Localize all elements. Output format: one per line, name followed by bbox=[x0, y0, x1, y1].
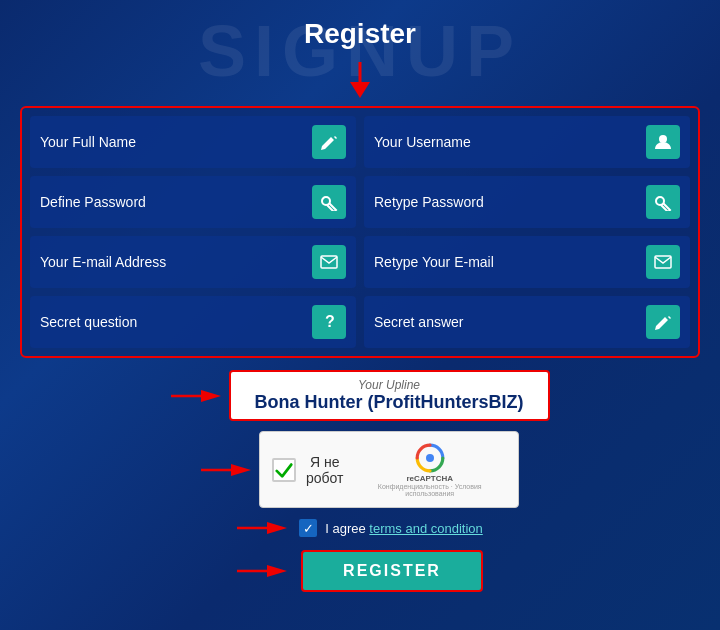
svg-point-12 bbox=[426, 454, 434, 462]
field-full-name[interactable]: Your Full Name bbox=[30, 116, 356, 168]
email-icon-left bbox=[312, 245, 346, 279]
upline-name: Bona Hunter (ProfitHuntersBIZ) bbox=[255, 392, 524, 413]
agree-section: ✓ I agree terms and condition bbox=[0, 518, 720, 538]
agree-text: I agree terms and condition bbox=[325, 521, 483, 536]
captcha-text: Я не робот bbox=[306, 454, 343, 486]
terms-link[interactable]: terms and condition bbox=[369, 521, 482, 536]
edit-icon-right bbox=[646, 305, 680, 339]
key-icon-left bbox=[312, 185, 346, 219]
agree-checkbox[interactable]: ✓ bbox=[299, 519, 317, 537]
svg-marker-1 bbox=[350, 82, 370, 98]
svg-marker-16 bbox=[267, 565, 287, 577]
captcha-footer: Конфиденциальность · Условия использован… bbox=[353, 483, 506, 497]
captcha-box[interactable]: Я не робот reCAPTCHA Конфиденциальность … bbox=[259, 431, 519, 508]
svg-rect-5 bbox=[321, 256, 337, 268]
page-title: Register bbox=[0, 0, 720, 62]
retype-password-label: Retype Password bbox=[374, 194, 646, 210]
field-retype-email[interactable]: Retype Your E-mail bbox=[364, 236, 690, 288]
svg-marker-14 bbox=[267, 522, 287, 534]
secret-answer-label: Secret answer bbox=[374, 314, 646, 330]
field-secret-question[interactable]: Secret question ? bbox=[30, 296, 356, 348]
upline-section: Your Upline Bona Hunter (ProfitHuntersBI… bbox=[0, 370, 720, 421]
form-grid: Your Full Name Your Username Define Pass… bbox=[30, 116, 690, 348]
question-icon: ? bbox=[312, 305, 346, 339]
field-username[interactable]: Your Username bbox=[364, 116, 690, 168]
register-button[interactable]: REGISTER bbox=[301, 550, 483, 592]
edit-icon bbox=[312, 125, 346, 159]
user-icon bbox=[646, 125, 680, 159]
svg-marker-11 bbox=[231, 464, 251, 476]
field-email[interactable]: Your E-mail Address bbox=[30, 236, 356, 288]
arrow-right-upline bbox=[171, 386, 221, 406]
arrow-right-agree bbox=[237, 518, 287, 538]
email-label: Your E-mail Address bbox=[40, 254, 312, 270]
secret-question-label: Secret question bbox=[40, 314, 312, 330]
svg-point-2 bbox=[659, 135, 667, 143]
username-label: Your Username bbox=[374, 134, 646, 150]
registration-form: Your Full Name Your Username Define Pass… bbox=[20, 106, 700, 358]
arrow-down-top bbox=[0, 62, 720, 102]
field-retype-password[interactable]: Retype Password bbox=[364, 176, 690, 228]
upline-label: Your Upline bbox=[255, 378, 524, 392]
full-name-label: Your Full Name bbox=[40, 134, 312, 150]
email-icon-right bbox=[646, 245, 680, 279]
arrow-right-captcha bbox=[201, 460, 251, 480]
password-label: Define Password bbox=[40, 194, 312, 210]
svg-marker-9 bbox=[201, 390, 221, 402]
svg-text:?: ? bbox=[325, 313, 335, 330]
captcha-checkbox[interactable] bbox=[272, 458, 296, 482]
svg-rect-6 bbox=[655, 256, 671, 268]
register-section: REGISTER bbox=[0, 550, 720, 592]
key-icon-right bbox=[646, 185, 680, 219]
captcha-section: Я не робот reCAPTCHA Конфиденциальность … bbox=[0, 431, 720, 508]
retype-email-label: Retype Your E-mail bbox=[374, 254, 646, 270]
arrow-right-register bbox=[237, 561, 287, 581]
field-secret-answer[interactable]: Secret answer bbox=[364, 296, 690, 348]
recaptcha-brand: reCAPTCHA bbox=[406, 474, 453, 483]
upline-box: Your Upline Bona Hunter (ProfitHuntersBI… bbox=[229, 370, 550, 421]
field-password[interactable]: Define Password bbox=[30, 176, 356, 228]
captcha-logo-area: reCAPTCHA Конфиденциальность · Условия и… bbox=[353, 442, 506, 497]
